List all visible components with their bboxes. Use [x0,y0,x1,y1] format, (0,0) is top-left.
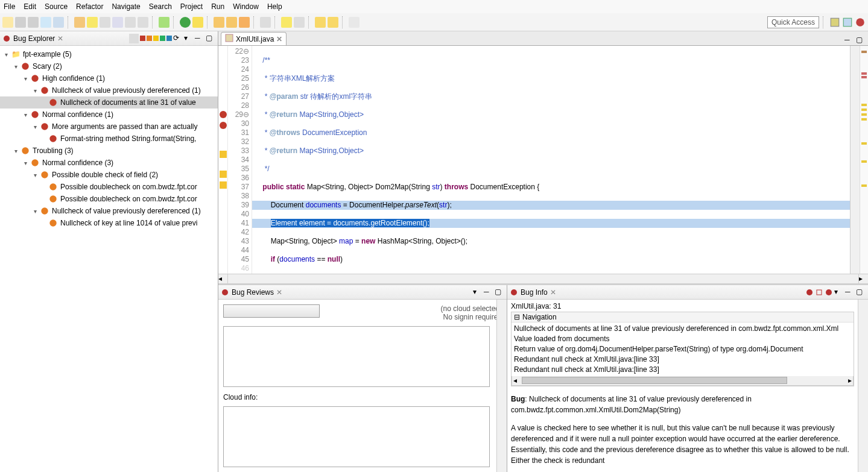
menu-search[interactable]: Search [149,2,172,11]
minimize-icon[interactable]: ─ [484,288,493,297]
warning-marker-icon[interactable] [220,171,227,178]
editor-tab[interactable]: XmlUtil.java ✕ [221,32,287,45]
wand-icon[interactable] [74,17,85,28]
bug-marker-icon[interactable] [220,122,227,129]
minimize-icon[interactable]: ─ [845,288,855,297]
tree-scary-high-null[interactable]: ▾Nullcheck of value previously dereferen… [0,84,218,96]
menu-file[interactable]: File [4,2,15,11]
new-icon[interactable] [2,17,13,28]
back-icon[interactable] [315,17,326,28]
bug-filter-icon[interactable] [825,288,833,297]
editor-scrollbar-vertical[interactable] [850,46,860,274]
cloud-info-textarea[interactable] [223,406,490,467]
priority-blue-icon[interactable] [166,36,172,41]
editor-scrollbar-horizontal[interactable]: ◂▸ [218,274,868,283]
tree-scary-normal-more[interactable]: ▾More arguments are passed than are actu… [0,121,218,133]
bug-tree[interactable]: ▾📁fpt-example (5) ▾Scary (2) ▾High confi… [0,46,218,472]
tab-close-icon[interactable]: ✕ [276,35,282,43]
tree-dbl2[interactable]: Possible doublecheck on com.bwdz.fpt.cor [0,193,218,205]
open-perspective-icon[interactable] [829,17,840,28]
nav-item[interactable]: Return value of org.dom4j.DocumentHelper… [514,344,851,354]
tree-troubling-dbl[interactable]: ▾Possible double check of field (2) [0,169,218,181]
tree-dbl1[interactable]: Possible doublecheck on com.bwdz.fpt.cor [0,181,218,193]
tree-scary-high[interactable]: ▾High confidence (1) [0,72,218,84]
menu-refactor[interactable]: Refactor [76,2,103,11]
editor-minimize-icon[interactable]: ─ [844,36,854,45]
open-type-icon[interactable] [239,17,250,28]
menu-run[interactable]: Run [211,2,224,11]
review-comment-input[interactable] [223,326,490,387]
view-menu-icon[interactable]: ▾ [834,288,844,297]
save-icon[interactable] [15,17,26,28]
marker-column[interactable] [218,46,228,274]
collapse-icon[interactable]: ⊟ [514,313,520,321]
editor-maximize-icon[interactable]: ▢ [856,36,866,45]
mark-icon[interactable] [125,17,136,28]
findbugs-perspective-icon[interactable] [855,17,866,28]
highlight-icon[interactable] [87,17,98,28]
tree-root[interactable]: ▾📁fpt-example (5) [0,48,218,60]
menu-project[interactable]: Project [180,2,203,11]
nav-item[interactable]: Nullcheck of documents at line 31 of val… [514,324,851,334]
priority-green-icon[interactable] [160,36,165,41]
priority-orange-icon[interactable] [147,36,152,41]
tree-troubling[interactable]: ▾Troubling (3) [0,145,218,157]
print-icon[interactable] [40,17,51,28]
search-icon[interactable] [260,17,271,28]
tree-format-bug[interactable]: Format-string method String.format(Strin… [0,133,218,145]
tree-selected-bug[interactable]: Nullcheck of documents at line 31 of val… [0,96,218,109]
new-package-icon[interactable] [214,17,224,28]
view-menu-icon[interactable]: ▾ [473,288,483,297]
nav-item[interactable]: Redundant null check at XmlUtil.java:[li… [514,354,851,365]
quick-access-input[interactable]: Quick Access [767,16,819,28]
nav-scrollbar-horizontal[interactable]: ◂▸ [512,376,854,386]
close-icon[interactable]: ✕ [276,288,282,297]
tree-scary[interactable]: ▾Scary (2) [0,60,218,72]
debug-icon[interactable] [159,17,169,28]
menu-navigate[interactable]: Navigate [112,2,140,11]
run-last-icon[interactable] [192,17,203,28]
line-number-gutter[interactable]: 22⊖23242526272829⊖3031323334353637383940… [228,46,252,274]
bug-action-icon[interactable] [805,288,814,297]
run-icon[interactable] [180,17,191,28]
refresh-icon[interactable]: ⟳ [173,34,183,43]
reviews-scrollbar-vertical[interactable] [496,300,507,472]
toggle-icon[interactable] [100,17,110,28]
save-all-icon[interactable] [28,17,39,28]
menu-edit[interactable]: Edit [24,2,36,11]
filter-icon[interactable] [129,34,139,43]
task-icon[interactable] [281,17,292,28]
bug-copy-icon[interactable] [815,288,823,297]
menu-help[interactable]: Help [267,2,282,11]
annotate-icon[interactable] [294,17,305,28]
nav-item[interactable]: Redundant null check at XmlUtil.java:[li… [514,365,851,375]
maximize-icon[interactable]: ▢ [495,288,504,297]
priority-red-icon[interactable] [140,36,145,41]
minimize-icon[interactable]: ─ [195,34,204,43]
close-icon[interactable]: ✕ [550,288,556,297]
nav-item[interactable]: Value loaded from documents [514,334,851,344]
maximize-icon[interactable]: ▢ [856,288,866,297]
pin-icon[interactable] [349,17,360,28]
tree-null-key[interactable]: Nullcheck of key at line 1014 of value p… [0,217,218,229]
tree-troubling-null[interactable]: ▾Nullcheck of value previously dereferen… [0,205,218,217]
main-menubar[interactable]: File Edit Source Refactor Navigate Searc… [0,0,868,13]
menu-source[interactable]: Source [45,2,68,11]
new-class-icon[interactable] [226,17,237,28]
block-icon[interactable] [112,17,123,28]
tree-scary-normal[interactable]: ▾Normal confidence (1) [0,109,218,121]
bug-marker-icon[interactable] [220,111,227,118]
priority-yellow-icon[interactable] [153,36,159,41]
forward-icon[interactable] [328,17,338,28]
code-editor[interactable]: /** * 字符串XML解析方案 * @param str 待解析的xml字符串… [252,46,850,274]
maximize-icon[interactable]: ▢ [206,34,215,43]
menu-window[interactable]: Window [233,2,259,11]
warning-marker-icon[interactable] [220,181,227,189]
buginfo-scrollbar-vertical[interactable] [858,300,868,472]
build-icon[interactable] [53,17,64,28]
warning-marker-icon[interactable] [220,151,227,158]
java-perspective-icon[interactable] [842,17,853,28]
close-icon[interactable]: ✕ [57,34,63,43]
review-status-dropdown[interactable] [223,304,320,318]
overview-ruler[interactable] [860,46,868,274]
